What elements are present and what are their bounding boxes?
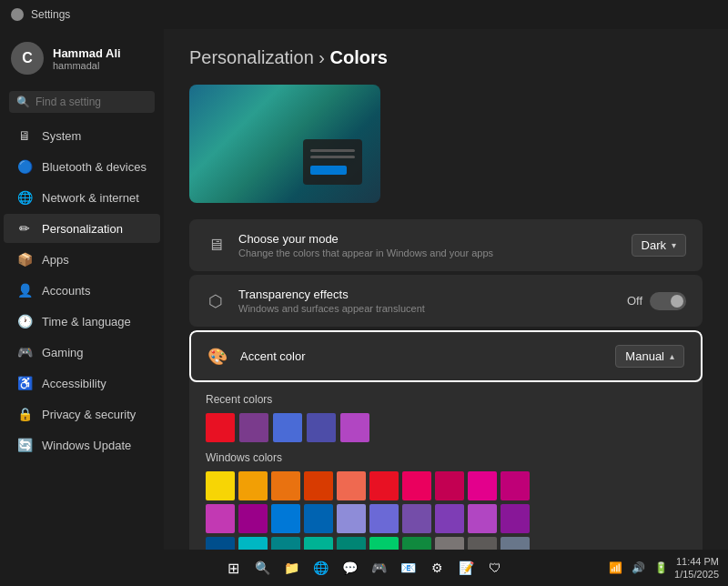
mode-dropdown-container: Dark ▾	[632, 234, 686, 257]
windows-color-swatch[interactable]	[402, 504, 431, 533]
setting-texts: Transparency effects Windows and surface…	[238, 288, 425, 314]
privacy-icon: 🔒	[16, 407, 33, 421]
sidebar-item-label: Gaming	[42, 346, 84, 359]
sidebar-item-privacy[interactable]: 🔒 Privacy & security	[4, 399, 160, 429]
recent-color-swatch[interactable]	[307, 413, 336, 442]
system-clock[interactable]: 11:44 PM 1/15/2025	[674, 555, 719, 581]
breadcrumb: Personalization › Colors	[189, 47, 703, 68]
windows-color-swatch[interactable]	[369, 537, 399, 550]
windows-color-swatch[interactable]	[238, 504, 268, 533]
windows-icon: ⊞	[228, 560, 239, 577]
windows-color-swatch[interactable]	[337, 537, 366, 550]
sidebar-item-label: Accounts	[42, 284, 90, 298]
transparency-toggle[interactable]	[650, 292, 686, 310]
user-profile[interactable]: C Hammad Ali hammadal	[0, 29, 164, 87]
windows-color-swatch[interactable]	[435, 471, 464, 500]
accent-header[interactable]: 🎨 Accent color Manual ▴	[189, 330, 703, 382]
file-explorer-button[interactable]: 📁	[278, 555, 304, 581]
sidebar-item-label: Accessibility	[42, 377, 106, 390]
recent-color-swatch[interactable]	[273, 413, 302, 442]
sidebar-item-network[interactable]: 🌐 Network & internet	[4, 183, 160, 212]
search-box[interactable]: 🔍	[9, 91, 155, 113]
search-taskbar-button[interactable]: 🔍	[249, 555, 275, 581]
recent-color-swatch[interactable]	[206, 413, 235, 442]
windows-color-swatch[interactable]	[500, 504, 530, 533]
windows-color-swatch[interactable]	[206, 471, 235, 500]
user-info: Hammad Ali hammadal	[53, 46, 121, 71]
recent-color-swatch[interactable]	[239, 413, 268, 442]
windows-color-swatch[interactable]	[402, 471, 431, 500]
taskbar-center: ⊞ 🔍 📁 🌐 💬 🎮 📧 ⚙ 📝 🛡	[220, 555, 508, 581]
windows-color-swatch[interactable]	[468, 537, 497, 550]
taskbar: ⊞ 🔍 📁 🌐 💬 🎮 📧 ⚙ 📝 🛡 📶 🔊 🔋 11:44 PM 1/15/…	[0, 550, 728, 586]
sidebar-item-update[interactable]: 🔄 Windows Update	[4, 430, 160, 460]
windows-color-swatch[interactable]	[369, 471, 399, 500]
sidebar-item-label: System	[42, 129, 81, 143]
time-icon: 🕐	[16, 314, 33, 328]
edge-button[interactable]: 🌐	[308, 555, 333, 581]
sidebar-item-system[interactable]: 🖥 System	[4, 121, 160, 150]
accent-body: Recent colors Windows colors	[189, 382, 703, 550]
windows-color-swatch[interactable]	[304, 471, 333, 500]
setting-left: 🖥 Choose your mode Change the colors tha…	[206, 232, 493, 258]
sidebar-item-accounts[interactable]: 👤 Accounts	[4, 276, 160, 305]
volume-icon[interactable]: 🔊	[629, 560, 648, 576]
windows-color-swatch[interactable]	[238, 537, 268, 550]
accent-dropdown[interactable]: Manual ▴	[615, 345, 684, 368]
chat-button[interactable]: 💬	[337, 555, 362, 581]
system-icon: 🖥	[16, 128, 33, 143]
sidebar-item-label: Apps	[42, 253, 69, 267]
windows-color-swatch[interactable]	[304, 504, 333, 533]
windows-color-swatch[interactable]	[206, 504, 235, 533]
windows-color-swatch[interactable]	[238, 471, 268, 500]
accent-icon: 🎨	[207, 347, 228, 367]
windows-color-swatch[interactable]	[468, 504, 497, 533]
recent-color-swatch[interactable]	[340, 413, 369, 442]
preview-line	[310, 156, 355, 158]
windows-color-swatch[interactable]	[304, 537, 333, 550]
windows-color-swatch[interactable]	[435, 537, 464, 550]
theme-preview	[189, 85, 380, 203]
content-area: Personalization › Colors 🖥 Choose your m…	[164, 29, 728, 550]
network-icon: 🌐	[16, 190, 33, 205]
windows-color-swatch[interactable]	[402, 537, 431, 550]
search-input[interactable]	[35, 96, 147, 108]
windows-color-swatch[interactable]	[500, 471, 530, 500]
mail-button[interactable]: 📧	[395, 555, 420, 581]
xbox-button[interactable]: 🎮	[366, 555, 391, 581]
sidebar: C Hammad Ali hammadal 🔍 🖥 System 🔵 Bluet…	[0, 29, 164, 550]
accounts-icon: 👤	[16, 283, 33, 298]
windows-color-swatch[interactable]	[271, 471, 300, 500]
network-tray-icon[interactable]: 📶	[606, 560, 625, 576]
start-button[interactable]: ⊞	[220, 555, 246, 581]
sidebar-item-gaming[interactable]: 🎮 Gaming	[4, 338, 160, 367]
battery-icon[interactable]: 🔋	[652, 560, 671, 576]
windows-color-swatch[interactable]	[337, 504, 366, 533]
mode-dropdown[interactable]: Dark ▾	[632, 234, 686, 257]
sidebar-item-label: Bluetooth & devices	[42, 160, 147, 174]
security-button[interactable]: 🛡	[482, 555, 508, 581]
avatar: C	[11, 42, 44, 75]
sidebar-item-accessibility[interactable]: ♿ Accessibility	[4, 369, 160, 398]
store-button[interactable]: 📝	[453, 555, 479, 581]
setting-left: ⬡ Transparency effects Windows and surfa…	[206, 288, 425, 314]
preview-button	[310, 166, 347, 175]
settings-taskbar-button[interactable]: ⚙	[424, 555, 450, 581]
windows-color-swatch[interactable]	[206, 537, 235, 550]
windows-color-swatch[interactable]	[468, 471, 497, 500]
windows-color-swatch[interactable]	[369, 504, 399, 533]
windows-color-swatch[interactable]	[500, 537, 530, 550]
windows-color-swatch[interactable]	[271, 537, 300, 550]
windows-color-swatch[interactable]	[337, 471, 366, 500]
user-email: hammadal	[53, 60, 121, 71]
sidebar-item-bluetooth[interactable]: 🔵 Bluetooth & devices	[4, 152, 160, 181]
windows-colors-label: Windows colors	[206, 451, 686, 464]
preview-overlay	[303, 139, 362, 185]
sidebar-item-personalization[interactable]: ✏ Personalization	[4, 214, 160, 243]
windows-color-swatch[interactable]	[435, 504, 464, 533]
windows-color-swatch[interactable]	[271, 504, 300, 533]
setting-description: Windows and surfaces appear translucent	[238, 303, 425, 314]
sidebar-item-time[interactable]: 🕐 Time & language	[4, 307, 160, 336]
apps-icon: 📦	[16, 252, 33, 267]
sidebar-item-apps[interactable]: 📦 Apps	[4, 245, 160, 274]
